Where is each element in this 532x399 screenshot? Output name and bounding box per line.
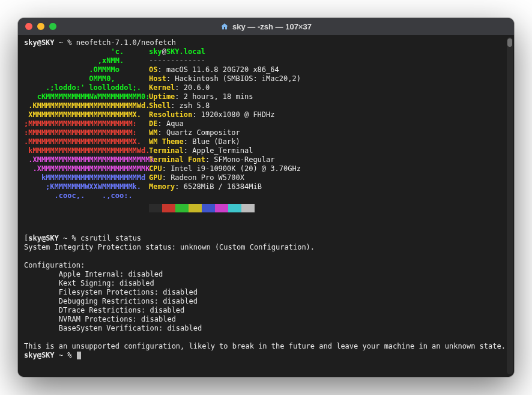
ascii-logo-line: cKMMMMMMMMMMNWMMMMMMMMMM0: <box>24 92 149 101</box>
color-swatch <box>241 204 255 212</box>
neofetch-info-line <box>149 191 508 200</box>
ascii-logo-line: 'c. <box>24 47 149 56</box>
blank-line <box>24 252 508 261</box>
color-swatch <box>215 204 228 212</box>
color-swatch <box>189 204 202 212</box>
terminal-window: sky — -zsh — 107×37 sky@SKY ~ % neofetch… <box>18 18 514 377</box>
traffic-lights <box>25 23 56 30</box>
config-line: Debugging Restrictions: disabled <box>24 297 508 306</box>
prompt-user: sky@SKY <box>28 234 59 242</box>
ascii-logo-line: XMMMMMMMMMMMMMMMMMMMMMMMX. <box>24 110 149 119</box>
prompt-user: sky@SKY <box>24 351 55 359</box>
prompt-line-2: [sky@SKY ~ % csrutil status <box>24 234 508 243</box>
blank-line <box>24 225 508 234</box>
ascii-logo-line: .OMMMMo <box>24 65 149 74</box>
config-line: Kext Signing: disabled <box>24 279 508 288</box>
ascii-logo-line: :MMMMMMMMMMMMMMMMMMMMMMMM: <box>24 128 149 137</box>
ascii-logo-line: .KMMMMMMMMMMMMMMMMMMMMMMMWd. <box>24 101 149 110</box>
neofetch-info-line: WM: Quartz Compositor <box>149 128 508 137</box>
neofetch-info-line: Memory: 6528MiB / 16384MiB <box>149 182 508 191</box>
ascii-logo-line: kMMMMMMMMMMMMMMMMMMMMMMd <box>24 173 149 182</box>
close-button[interactable] <box>25 23 32 30</box>
blank-line <box>24 216 508 225</box>
window-title: sky — -zsh — 107×37 <box>18 22 514 31</box>
minimize-button[interactable] <box>37 23 44 30</box>
command-text: csrutil status <box>80 234 141 242</box>
neofetch-info-line: Resolution: 1920x1080 @ FHDHz <box>149 110 508 119</box>
color-swatch <box>175 204 189 212</box>
color-swatch <box>162 204 175 212</box>
config-line: Filesystem Protections: disabled <box>24 288 508 297</box>
config-line: NVRAM Protections: disabled <box>24 315 508 324</box>
ascii-logo-line: kMMMMMMMMMMMMMMMMMMMMMMMMWd. <box>24 146 149 155</box>
ascii-logo-line: ;KMMMMMMMWXXWMMMMMMMk. <box>24 182 149 191</box>
command-text: neofetch-7.1.0/neofetch <box>76 38 176 47</box>
ascii-logo-line: OMMM0, <box>24 74 149 83</box>
neofetch-info-line: Terminal: Apple_Terminal <box>149 146 508 155</box>
neofetch-info-line: Shell: zsh 5.8 <box>149 101 508 110</box>
cursor <box>77 352 81 359</box>
config-line: DTrace Restrictions: disabled <box>24 306 508 315</box>
neofetch-info-line: GPU: Radeon Pro W5700X <box>149 173 508 182</box>
neofetch-info-line: OS: macOS 11.6.8 20G720 x86_64 <box>149 65 508 74</box>
config-line: Apple Internal: disabled <box>24 270 508 279</box>
color-swatch <box>202 204 215 212</box>
blank-line <box>24 333 508 342</box>
titlebar[interactable]: sky — -zsh — 107×37 <box>18 18 514 35</box>
ascii-logo-line: .cooc,. .,coo:. <box>24 191 149 200</box>
ascii-logo-line: .XMMMMMMMMMMMMMMMMMMMMMMMMMMk <box>24 155 149 164</box>
scrollbar-thumb[interactable] <box>507 38 512 47</box>
maximize-button[interactable] <box>49 23 56 30</box>
neofetch-info-line: Kernel: 20.6.0 <box>149 83 508 92</box>
window-title-text: sky — -zsh — 107×37 <box>232 22 312 31</box>
config-line: BaseSystem Verification: disabled <box>24 324 508 333</box>
ascii-logo-line: ,xNMM. <box>24 56 149 65</box>
ascii-logo-line: .;loddo:' loolloddol;. <box>24 83 149 92</box>
prompt-line-3[interactable]: sky@SKY ~ % <box>24 351 508 360</box>
neofetch-info-line: DE: Aqua <box>149 119 508 128</box>
config-header: Configuration: <box>24 261 508 270</box>
neofetch-info-line: WM Theme: Blue (Dark) <box>149 137 508 146</box>
ascii-logo-line: .MMMMMMMMMMMMMMMMMMMMMMMMX. <box>24 137 149 146</box>
neofetch-info-line: ------------- <box>149 56 508 65</box>
prompt-user: sky@SKY <box>24 38 55 47</box>
color-swatches <box>149 204 508 212</box>
ascii-logo-line: .XMMMMMMMMMMMMMMMMMMMMMMMMK. <box>24 164 149 173</box>
sip-status-line: System Integrity Protection status: unkn… <box>24 243 508 252</box>
color-swatch <box>228 204 241 212</box>
scrollbar[interactable] <box>507 37 513 374</box>
terminal-body[interactable]: sky@SKY ~ % neofetch-7.1.0/neofetch 'c.s… <box>18 35 514 377</box>
neofetch-output: 'c.sky@SKY.local ,xNMM.------------- .OM… <box>24 47 508 200</box>
prompt-line-1: sky@SKY ~ % neofetch-7.1.0/neofetch <box>24 38 508 47</box>
config-lines: Apple Internal: disabled Kext Signing: d… <box>24 270 508 333</box>
color-swatch <box>149 204 162 212</box>
home-icon <box>220 23 229 30</box>
ascii-logo-line: ;MMMMMMMMMMMMMMMMMMMMMMMM: <box>24 119 149 128</box>
neofetch-info-line: sky@SKY.local <box>149 47 508 56</box>
neofetch-info-line: CPU: Intel i9-10900K (20) @ 3.70GHz <box>149 164 508 173</box>
warning-line: This is an unsupported configuration, li… <box>24 342 508 351</box>
neofetch-info-line: Terminal Font: SFMono-Regular <box>149 155 508 164</box>
neofetch-info-line: Host: Hackintosh (SMBIOS: iMac20,2) <box>149 74 508 83</box>
neofetch-info-line: Uptime: 2 hours, 18 mins <box>149 92 508 101</box>
